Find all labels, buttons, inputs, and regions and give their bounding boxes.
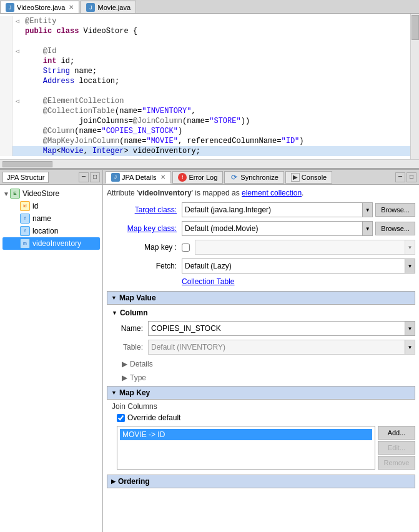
right-tab-bar: J JPA Details ✕ ! Error Log ⟳ Synchroniz… bbox=[103, 170, 419, 185]
join-buttons: Add... Edit... Remove bbox=[378, 426, 415, 470]
editor-hscroll-thumb[interactable] bbox=[2, 161, 52, 167]
sync-tab-icon: ⟳ bbox=[230, 173, 239, 182]
console-tab-icon: ▶ bbox=[291, 173, 300, 182]
target-class-arrow[interactable]: ▼ bbox=[362, 203, 372, 217]
attr-info-text: Attribute 'videoInventory' is mapped as … bbox=[107, 189, 415, 197]
map-key-class-link[interactable]: Map key class: bbox=[127, 224, 177, 233]
target-class-label[interactable]: Target class: bbox=[107, 205, 182, 214]
field-icon-name: f bbox=[20, 214, 30, 224]
map-key-checkbox[interactable] bbox=[182, 244, 190, 252]
details-content: Attribute 'videoInventory' is mapped as … bbox=[103, 185, 419, 532]
right-minimize-btn[interactable]: ─ bbox=[395, 172, 405, 182]
code-line-6: String name; bbox=[0, 66, 410, 76]
editor-scrollbar-thumb[interactable] bbox=[412, 15, 419, 40]
target-class-control: Default (java.lang.Integer) ▼ Browse... bbox=[182, 202, 415, 217]
column-section-header[interactable]: ▼ Column bbox=[112, 307, 415, 318]
override-default-checkbox[interactable] bbox=[117, 414, 125, 422]
remove-button[interactable]: Remove bbox=[378, 456, 415, 470]
tree-node-name[interactable]: f name bbox=[2, 212, 100, 225]
tab-videostore[interactable]: J VideoStore.java ✕ bbox=[0, 1, 79, 13]
synchronize-tab-label: Synchronize bbox=[240, 174, 279, 181]
jpa-details-tab-close[interactable]: ✕ bbox=[160, 174, 165, 180]
code-line-14: Map<Movie, Integer> videoInventory; bbox=[0, 146, 410, 156]
column-table-arrow: ▼ bbox=[405, 340, 415, 354]
column-table-row: Table: Default (INVENTORY) ▼ bbox=[112, 340, 415, 355]
maximize-btn[interactable]: □ bbox=[90, 172, 100, 182]
right-maximize-btn[interactable]: □ bbox=[407, 172, 417, 182]
fetch-select[interactable]: Default (Lazy) ▼ bbox=[182, 259, 415, 273]
target-class-link[interactable]: Target class: bbox=[135, 205, 177, 214]
tree-node-id[interactable]: id id bbox=[2, 200, 100, 212]
tab-label-movie: Movie.java bbox=[97, 4, 131, 11]
map-key-class-browse[interactable]: Browse... bbox=[375, 222, 415, 235]
ordering-section-header[interactable]: ▶ Ordering bbox=[107, 475, 415, 488]
tree-label-videoinventory: videoInventory bbox=[32, 239, 81, 248]
code-line-10: @CollectionTable(name="INVENTORY", bbox=[0, 106, 410, 116]
map-key-row: Map key : ▼ bbox=[107, 240, 415, 255]
map-value-section-header[interactable]: ▼ Map Value bbox=[107, 291, 415, 305]
expand-videostore[interactable]: ▼ bbox=[2, 190, 10, 197]
edit-button[interactable]: Edit... bbox=[378, 441, 415, 455]
jpa-structure-panel: JPA Structur ─ □ ▼ E VideoStore id id bbox=[0, 170, 103, 532]
map-key-class-select[interactable]: Default (model.Movie) ▼ bbox=[182, 221, 373, 236]
override-default-label: Override default bbox=[127, 413, 180, 422]
tree-node-location[interactable]: f location bbox=[2, 225, 100, 237]
tab-movie[interactable]: J Movie.java bbox=[81, 1, 136, 13]
jpa-tab-icon: J bbox=[111, 173, 120, 182]
code-line-2: public class VideoStore { bbox=[0, 26, 410, 36]
panel-controls: ─ □ bbox=[79, 172, 100, 182]
code-line-4: ◁ @Id bbox=[0, 46, 410, 56]
join-list-area: MOVIE -> ID Add... Edit... Remove bbox=[107, 426, 415, 470]
field-icon-location: f bbox=[20, 226, 30, 236]
minimize-btn[interactable]: ─ bbox=[79, 172, 89, 182]
join-entry: MOVIE -> ID bbox=[120, 429, 372, 440]
jpa-structure-tab[interactable]: JPA Structur bbox=[2, 172, 49, 183]
override-default-row: Override default bbox=[107, 413, 415, 422]
collection-table-link[interactable]: Collection Table bbox=[182, 277, 235, 286]
editor-hscroll[interactable] bbox=[0, 159, 419, 168]
tab-error-log[interactable]: ! Error Log bbox=[172, 171, 223, 184]
tab-jpa-details[interactable]: J JPA Details ✕ bbox=[106, 171, 171, 184]
fetch-label: Fetch: bbox=[107, 262, 182, 270]
tree-label-id: id bbox=[32, 202, 38, 210]
editor-scrollbar-v[interactable] bbox=[410, 14, 419, 159]
column-arrow: ▼ bbox=[112, 310, 117, 316]
type-subsection: ▶ Type bbox=[122, 372, 415, 383]
tab-console[interactable]: ▶ Console bbox=[285, 171, 332, 184]
right-tabs: J JPA Details ✕ ! Error Log ⟳ Synchroniz… bbox=[106, 171, 332, 184]
tab-synchronize[interactable]: ⟳ Synchronize bbox=[224, 171, 284, 184]
map-value-label: Map Value bbox=[119, 293, 156, 302]
column-name-arrow[interactable]: ▼ bbox=[405, 322, 415, 335]
fetch-row: Fetch: Default (Lazy) ▼ bbox=[107, 259, 415, 273]
element-collection-link[interactable]: element collection bbox=[242, 189, 302, 197]
tree-node-videostore[interactable]: ▼ E VideoStore bbox=[2, 187, 100, 200]
tree-node-videoinventory[interactable]: m videoInventory bbox=[2, 237, 100, 250]
tree-area: ▼ E VideoStore id id f name f location bbox=[0, 185, 102, 532]
map-key-class-arrow[interactable]: ▼ bbox=[362, 222, 372, 235]
map-key-section-arrow: ▼ bbox=[111, 390, 117, 396]
target-class-select[interactable]: Default (java.lang.Integer) ▼ bbox=[182, 202, 373, 217]
details-arrow: ▶ bbox=[122, 360, 127, 368]
map-key-class-label[interactable]: Map key class: bbox=[107, 224, 182, 233]
tab-close-videostore[interactable]: ✕ bbox=[69, 4, 74, 11]
ordering-arrow: ▶ bbox=[111, 478, 116, 485]
code-line-8 bbox=[0, 86, 410, 96]
map-key-section-header[interactable]: ▼ Map Key bbox=[107, 386, 415, 400]
map-key-value-arrow: ▼ bbox=[405, 240, 415, 254]
target-class-browse[interactable]: Browse... bbox=[375, 203, 415, 217]
details-section-header[interactable]: ▶ Details bbox=[122, 358, 415, 370]
fetch-arrow[interactable]: ▼ bbox=[405, 259, 415, 273]
map-key-control: ▼ bbox=[182, 240, 415, 255]
error-log-tab-label: Error Log bbox=[189, 174, 217, 181]
add-button[interactable]: Add... bbox=[378, 426, 415, 440]
tree-label-videostore: VideoStore bbox=[22, 189, 59, 198]
map-key-class-control: Default (model.Movie) ▼ Browse... bbox=[182, 221, 415, 236]
column-table-value: Default (INVENTORY) bbox=[149, 340, 405, 354]
code-line-3 bbox=[0, 36, 410, 46]
collection-table-row: Collection Table bbox=[107, 277, 415, 286]
type-section-header[interactable]: ▶ Type bbox=[122, 372, 415, 383]
code-line-11: joinColumns=@JoinColumn(name="STORE")) bbox=[0, 116, 410, 126]
editor-content: ◁ @Entity public class VideoStore { ◁ @I… bbox=[0, 14, 419, 159]
details-label: Details bbox=[130, 360, 153, 368]
tab-label-videostore: VideoStore.java bbox=[17, 4, 65, 11]
